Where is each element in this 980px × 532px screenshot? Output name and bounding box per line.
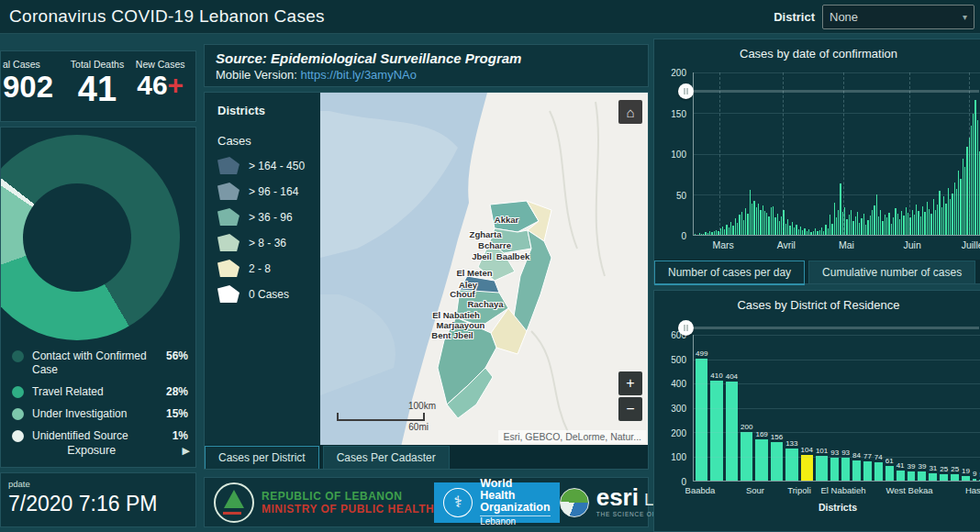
daily-bar[interactable] [836, 217, 837, 235]
daily-bar[interactable] [808, 229, 809, 235]
daily-bar[interactable] [802, 230, 803, 235]
daily-bar[interactable] [878, 216, 879, 235]
daily-bar[interactable] [766, 213, 767, 235]
daily-bar[interactable] [973, 114, 974, 235]
daily-chart-tab[interactable]: Cumulative number of cases [808, 260, 975, 283]
daily-bar[interactable] [789, 226, 790, 235]
daily-bar[interactable] [823, 231, 824, 235]
daily-bar[interactable] [852, 221, 853, 235]
daily-bar[interactable] [941, 207, 942, 235]
district-bar[interactable] [918, 471, 926, 481]
daily-bar[interactable] [956, 189, 957, 235]
daily-bar[interactable] [798, 229, 799, 235]
daily-bar[interactable] [859, 223, 860, 235]
daily-bar[interactable] [971, 126, 972, 235]
daily-bar[interactable] [737, 223, 738, 235]
map-home-button[interactable]: ⌂ [618, 100, 642, 124]
daily-bar[interactable] [753, 201, 754, 235]
zoom-in-button[interactable]: + [618, 371, 642, 395]
map-tab[interactable]: Cases Per Cadaster [323, 446, 450, 469]
district-bar[interactable] [951, 474, 959, 481]
daily-bar[interactable] [952, 194, 952, 235]
daily-bar[interactable] [771, 207, 772, 235]
daily-bar[interactable] [888, 213, 889, 235]
daily-bar[interactable] [741, 212, 742, 235]
district-bar[interactable] [874, 462, 883, 481]
district-select[interactable]: None ▾ [822, 5, 974, 29]
daily-bar[interactable] [735, 218, 736, 235]
district-bar[interactable] [841, 458, 850, 481]
daily-bar[interactable] [880, 210, 881, 235]
daily-bar[interactable] [810, 232, 811, 235]
daily-bar[interactable] [813, 231, 814, 235]
daily-bar[interactable] [750, 190, 751, 235]
daily-bar[interactable] [903, 216, 904, 235]
mobile-version-link[interactable]: https://bit.ly/3amyNAo [301, 68, 417, 82]
daily-bar[interactable] [752, 204, 752, 235]
daily-bar[interactable] [899, 219, 900, 235]
daily-bar[interactable] [821, 227, 822, 235]
daily-bar[interactable] [897, 214, 898, 235]
daily-bar[interactable] [747, 214, 748, 235]
daily-bar[interactable] [838, 210, 839, 235]
daily-bar[interactable] [935, 210, 936, 235]
daily-bar[interactable] [870, 216, 871, 235]
daily-bar[interactable] [849, 215, 850, 235]
daily-bar[interactable] [739, 215, 740, 235]
daily-bar[interactable] [716, 230, 717, 235]
daily-bar[interactable] [815, 228, 816, 235]
district-bar[interactable] [885, 466, 894, 481]
district-bar[interactable] [696, 359, 707, 481]
daily-bar[interactable] [933, 199, 934, 235]
daily-bar[interactable] [939, 191, 940, 235]
daily-bar[interactable] [695, 234, 696, 235]
daily-bar[interactable] [707, 233, 708, 235]
daily-bar[interactable] [834, 203, 835, 235]
daily-bar[interactable] [825, 225, 826, 235]
daily-bar[interactable] [726, 225, 727, 235]
daily-bar[interactable] [945, 204, 946, 236]
map-canvas[interactable]: AkkarZghartaBcharreJbeilBaalbekEl MetenA… [320, 93, 649, 447]
daily-bar[interactable] [729, 227, 729, 235]
daily-bar[interactable] [895, 208, 896, 235]
daily-bar[interactable] [885, 215, 885, 235]
daily-bar[interactable] [722, 227, 723, 235]
daily-bar[interactable] [943, 196, 944, 235]
daily-bar[interactable] [745, 208, 746, 235]
daily-bar[interactable] [872, 210, 873, 235]
daily-bar[interactable] [828, 228, 829, 235]
daily-bar[interactable] [777, 214, 778, 235]
district-bar[interactable] [929, 473, 937, 481]
exposure-donut-chart[interactable] [0, 135, 180, 340]
daily-bar[interactable] [794, 227, 795, 235]
district-bar[interactable] [863, 461, 872, 481]
daily-bar[interactable] [891, 224, 892, 235]
daily-bar[interactable] [876, 194, 877, 235]
daily-bar[interactable] [758, 204, 759, 236]
daily-bar[interactable] [846, 219, 847, 235]
district-bar[interactable] [908, 471, 916, 481]
daily-bar[interactable] [764, 211, 765, 235]
daily-bar[interactable] [774, 217, 775, 235]
daily-bar[interactable] [901, 211, 902, 235]
daily-bar[interactable] [701, 234, 702, 235]
daily-bar[interactable] [960, 179, 961, 235]
daily-bar[interactable] [950, 199, 951, 235]
daily-chart-tab[interactable]: Number of cases per day [654, 260, 805, 283]
daily-bar[interactable] [918, 211, 919, 235]
daily-bar[interactable] [709, 231, 710, 235]
daily-bar[interactable] [861, 218, 862, 235]
map-tab[interactable]: Cases per District [205, 446, 319, 469]
daily-bar[interactable] [954, 183, 955, 235]
daily-bar[interactable] [857, 212, 858, 235]
district-bar[interactable] [830, 458, 839, 481]
daily-bar[interactable] [819, 230, 820, 235]
daily-bar[interactable] [785, 224, 786, 235]
daily-bar[interactable] [724, 229, 725, 235]
daily-bar[interactable] [855, 216, 856, 235]
daily-bar[interactable] [804, 228, 805, 235]
daily-bar[interactable] [763, 205, 763, 235]
district-bar[interactable] [771, 442, 783, 481]
daily-bar[interactable] [966, 147, 967, 235]
daily-bar[interactable] [863, 214, 864, 235]
